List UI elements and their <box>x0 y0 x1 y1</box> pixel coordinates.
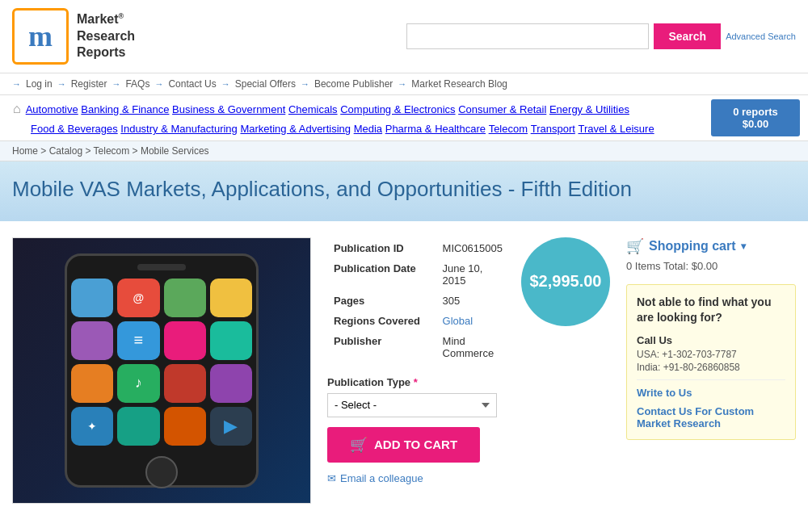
phone-usa: USA: +1-302-703-7787 <box>637 349 785 360</box>
app-11 <box>164 364 206 403</box>
required-marker: * <box>414 376 418 388</box>
write-to-us-link[interactable]: Write to Us <box>637 387 785 399</box>
help-box-title: Not able to find what you are looking fo… <box>637 295 785 326</box>
phone-body: @ ≡ ♪ ✦ ▶ <box>65 253 259 488</box>
shopping-cart-section: 🛒 Shopping cart ▾ 0 Items Total: $0.00 <box>626 237 796 272</box>
nav-arrow-login: → <box>12 79 21 89</box>
nav-blog[interactable]: Market Research Blog <box>411 78 507 90</box>
regions-value: Global <box>438 312 507 330</box>
cat-media[interactable]: Media <box>354 123 382 135</box>
breadcrumb-catalog[interactable]: Catalog <box>49 145 82 157</box>
search-input[interactable] <box>406 23 649 49</box>
cat-nav-row2: Food & Beverages Industry & Manufacturin… <box>8 123 695 139</box>
email-colleague-link[interactable]: ✉ Email a colleague <box>327 472 509 484</box>
right-column: 🛒 Shopping cart ▾ 0 Items Total: $0.00 N… <box>626 237 796 440</box>
breadcrumb-current: Mobile Services <box>141 145 209 157</box>
cat-transport[interactable]: Transport <box>531 123 575 135</box>
main-content: @ ≡ ♪ ✦ ▶ <box>0 221 808 520</box>
cart-button[interactable]: 0 reports $0.00 <box>711 99 800 136</box>
cat-chemicals[interactable]: Chemicals <box>288 103 338 115</box>
pub-type-select[interactable]: - Select - <box>327 393 497 417</box>
cat-consumer[interactable]: Consumer & Retail <box>458 103 546 115</box>
row-publisher: Publisher Mind Commerce <box>329 332 507 362</box>
contact-custom-link[interactable]: Contact Us For Custom Market Research <box>637 405 785 429</box>
app-7 <box>164 321 206 360</box>
cat-industry[interactable]: Industry & Manufacturing <box>120 123 238 135</box>
phone-india: India: +91-80-26860858 <box>637 362 785 373</box>
logo-brand: Market®ResearchReports <box>77 12 135 60</box>
site-header: m Market®ResearchReports Search Advanced… <box>0 0 808 73</box>
app-6: ≡ <box>117 321 159 360</box>
product-image: @ ≡ ♪ ✦ ▶ <box>12 237 311 504</box>
pub-date-value: June 10, 2015 <box>438 259 507 290</box>
cat-computing[interactable]: Computing & Electronics <box>340 103 455 115</box>
product-details: Publication ID MIC0615005 Publication Da… <box>327 237 509 484</box>
nav-become-publisher[interactable]: Become Publisher <box>314 78 393 90</box>
cat-pharma[interactable]: Pharma & Healthcare <box>385 123 486 135</box>
page-title: Mobile VAS Markets, Applications, and Op… <box>12 176 796 203</box>
pub-id-label: Publication ID <box>329 239 436 258</box>
app-2: @ <box>117 279 159 317</box>
cart-total-row: 0 Items Total: $0.00 <box>626 260 796 272</box>
app-13: ✦ <box>71 407 113 446</box>
advanced-search-link[interactable]: Advanced Search <box>726 31 796 41</box>
nav-register[interactable]: Register <box>71 78 107 90</box>
nav-login[interactable]: Log in <box>26 78 53 90</box>
email-colleague-label: Email a colleague <box>340 472 423 484</box>
row-regions: Regions Covered Global <box>329 312 507 330</box>
publisher-value: Mind Commerce <box>438 332 507 362</box>
add-to-cart-button[interactable]: 🛒 ADD TO CART <box>327 427 480 463</box>
nav-faqs[interactable]: FAQs <box>125 78 149 90</box>
pub-date-label: Publication Date <box>329 259 436 290</box>
home-icon[interactable]: ⌂ <box>8 95 26 123</box>
cart-wrap[interactable]: 0 reports $0.00 <box>703 95 808 140</box>
nav-arrow-offers: → <box>221 79 230 89</box>
pub-type-select-wrap: - Select - <box>327 393 497 417</box>
app-1 <box>71 279 113 317</box>
nav-arrow-contact: → <box>154 79 163 89</box>
shopping-cart-title: 🛒 Shopping cart ▾ <box>626 237 796 255</box>
phone-visual: @ ≡ ♪ ✦ ▶ <box>13 238 310 503</box>
nav-contact[interactable]: Contact Us <box>168 78 216 90</box>
logo-letter: m <box>28 19 53 53</box>
price-value: $2,995.00 <box>530 272 602 291</box>
phone-speaker <box>137 264 186 270</box>
price-circle: $2,995.00 <box>521 237 610 326</box>
cart-total-value: $0.00 <box>692 260 718 272</box>
cat-banking[interactable]: Banking & Finance <box>81 103 169 115</box>
app-3 <box>164 279 206 317</box>
regions-link[interactable]: Global <box>443 315 473 327</box>
regions-label: Regions Covered <box>329 312 436 330</box>
detail-table: Publication ID MIC0615005 Publication Da… <box>327 237 509 364</box>
cat-automotive[interactable]: Automotive <box>26 103 78 115</box>
breadcrumb-home[interactable]: Home <box>12 145 38 157</box>
app-4 <box>210 279 252 317</box>
breadcrumb: Home > Catalog > Telecom > Mobile Servic… <box>0 141 808 161</box>
app-15 <box>164 407 206 446</box>
pages-label: Pages <box>329 291 436 310</box>
app-5 <box>71 321 113 360</box>
cat-telecom[interactable]: Telecom <box>489 123 528 135</box>
help-box: Not able to find what you are looking fo… <box>626 284 796 440</box>
pages-value: 305 <box>438 291 507 310</box>
cat-marketing[interactable]: Marketing & Advertising <box>240 123 351 135</box>
breadcrumb-telecom[interactable]: Telecom <box>94 145 130 157</box>
cart-price: $0.00 <box>722 118 789 130</box>
cat-business[interactable]: Business & Government <box>172 103 285 115</box>
cart-dropdown-arrow[interactable]: ▾ <box>741 241 746 252</box>
cart-items-count: 0 Items <box>626 260 661 272</box>
cat-energy[interactable]: Energy & Utilities <box>549 103 629 115</box>
app-16: ▶ <box>210 407 252 446</box>
nav-special-offers[interactable]: Special Offers <box>235 78 296 90</box>
app-9 <box>71 364 113 403</box>
app-grid: @ ≡ ♪ ✦ ▶ <box>67 274 256 450</box>
cart-total-label: Total: <box>663 260 688 272</box>
app-8 <box>210 321 252 360</box>
publisher-label: Publisher <box>329 332 436 362</box>
envelope-icon: ✉ <box>327 472 336 484</box>
search-button[interactable]: Search <box>654 23 721 49</box>
add-to-cart-label: ADD TO CART <box>374 438 457 451</box>
phone-container: @ ≡ ♪ ✦ ▶ <box>48 245 275 496</box>
cat-food[interactable]: Food & Beverages <box>31 123 118 135</box>
cat-travel[interactable]: Travel & Leisure <box>578 123 654 135</box>
